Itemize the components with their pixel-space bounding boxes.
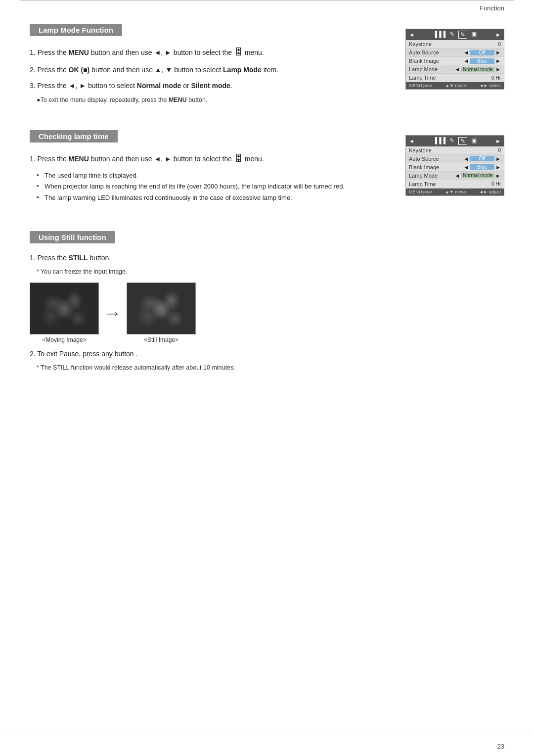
moving-image bbox=[30, 283, 99, 334]
step1-icon: 🎛 bbox=[234, 47, 243, 57]
still-note2: * The STILL function would release autom… bbox=[37, 364, 504, 371]
menu-row-blankimage: Blank Image ◄ Blue ► bbox=[406, 57, 504, 65]
page-number: 23 bbox=[497, 743, 504, 750]
cs1-text1: button and then use ◄, ► button to selec… bbox=[89, 155, 234, 163]
blankimage-label: Blank Image bbox=[409, 58, 439, 64]
still-function-header: Using Still function bbox=[30, 231, 115, 243]
menu-box-header1: ◄ ▐▐▐ ✎ ✎ ▣ ► bbox=[406, 29, 504, 40]
ss2-text: To exit Pause, press any button . bbox=[37, 350, 137, 358]
checking-menu-icons: ▐▐▐ ✎ ✎ ▣ bbox=[433, 137, 477, 145]
c-lampmode-value: ◄ Normal mode ► bbox=[454, 173, 501, 179]
step3-num: 3. Press the ◄, ► button to select bbox=[30, 82, 137, 90]
c-lamptime-value: 0 Hr bbox=[481, 181, 501, 187]
c-as-right: ► bbox=[495, 156, 501, 162]
bi-val: Blue bbox=[470, 58, 494, 64]
arrow-icon: → bbox=[99, 303, 127, 324]
lamp-mode-note-text: ●To exit the menu display, repeatedly, p… bbox=[37, 96, 207, 103]
c-lm-val: Normal mode bbox=[461, 173, 494, 178]
icon2: ✎ bbox=[449, 31, 454, 39]
bullet-item-1: The used lamp time is displayed. bbox=[39, 170, 391, 181]
ss1-bold: STILL bbox=[69, 254, 88, 262]
c-bi-left: ◄ bbox=[463, 164, 469, 170]
lamptime-label: Lamp Time bbox=[409, 75, 436, 81]
step2-text2: item. bbox=[262, 66, 278, 74]
c-autosource-value: ◄ Off ► bbox=[463, 156, 501, 162]
autosource-value: ◄ Off ► bbox=[463, 49, 501, 55]
checking-lamp-header: Checking lamp time bbox=[30, 130, 118, 142]
still-image bbox=[127, 283, 196, 334]
lamp-mode-menu-box: ◄ ▐▐▐ ✎ ✎ ▣ ► Keystone 0 A bbox=[405, 29, 504, 90]
lm-left: ◄ bbox=[454, 66, 460, 72]
keystone-value: 0 bbox=[481, 42, 501, 47]
c-bi-val: Blue bbox=[470, 164, 494, 170]
lamp-mode-left: Lamp Mode Function 1. Press the MENU but… bbox=[30, 24, 391, 105]
still-step2: 2. To exit Pause, press any button . bbox=[30, 348, 504, 359]
c-mf-adjust: ◄► adjust bbox=[479, 189, 501, 194]
checking-menu-footer: MENU prev ▲▼ move ◄► adjust bbox=[406, 189, 504, 195]
lamp-mode-step3: 3. Press the ◄, ► button to select Norma… bbox=[30, 80, 391, 91]
still-images-row: <Moving Image> → <Still Image> bbox=[30, 283, 504, 343]
lamp-mode-step1: 1. Press the MENU button and then use ◄,… bbox=[30, 45, 391, 59]
as-val: Off bbox=[470, 50, 494, 55]
step1-text1: button and then use ◄, ► button to selec… bbox=[89, 48, 234, 56]
step3-text2: . bbox=[230, 82, 232, 90]
c-as-left: ◄ bbox=[463, 156, 469, 162]
still-note1-text: * You can freeze the input image. bbox=[37, 268, 127, 275]
cs1-icon: 🎛 bbox=[234, 153, 243, 163]
lamp-mode-step2: 2. Press the OK (■) button and then use … bbox=[30, 64, 391, 75]
step2-num: 2. Press the bbox=[30, 66, 69, 74]
menu-row-lampmode: Lamp Mode ◄ Normal mode ► bbox=[406, 65, 504, 74]
checking-menu-box: ◄ ▐▐▐ ✎ ✎ ▣ ► Keystone 0 A bbox=[405, 135, 504, 196]
step1-bold1: MENU bbox=[69, 48, 89, 56]
lm-right: ► bbox=[495, 66, 501, 72]
section-checking-lamp: Checking lamp time 1. Press the MENU but… bbox=[30, 130, 504, 206]
c-keystone-label: Keystone bbox=[409, 147, 432, 153]
icon1: ▐▐▐ bbox=[433, 31, 446, 39]
page-bottom-border bbox=[0, 736, 534, 736]
still-caption-text: <Still Image> bbox=[144, 336, 178, 343]
cmh-left: ◄ bbox=[409, 138, 414, 144]
step1-text2: menu. bbox=[243, 48, 264, 56]
moving-flower bbox=[30, 283, 98, 334]
main-content: Lamp Mode Function 1. Press the MENU but… bbox=[0, 14, 534, 425]
keystone-label: Keystone bbox=[409, 41, 432, 47]
checking-menu-header: ◄ ▐▐▐ ✎ ✎ ▣ ► bbox=[406, 136, 504, 146]
lampmode-value: ◄ Normal mode ► bbox=[454, 66, 501, 72]
c-menu-row-keystone: Keystone 0 bbox=[406, 146, 504, 155]
lm-val: Normal mode bbox=[461, 67, 494, 72]
c-lm-right: ► bbox=[495, 173, 501, 179]
c-blankimage-value: ◄ Blue ► bbox=[463, 164, 501, 170]
menu-footer1: MENU prev ▲▼ move ◄► select bbox=[406, 82, 504, 89]
c-menu-row-lamptime: Lamp Time 0 Hr bbox=[406, 180, 504, 189]
c-as-val: Off bbox=[470, 156, 494, 161]
menu-row-lamptime: Lamp Time 0 Hr bbox=[406, 74, 504, 82]
cs1-num: 1. Press the bbox=[30, 155, 69, 163]
c-menu-row-autosource: Auto Source ◄ Off ► bbox=[406, 155, 504, 163]
still-note1: * You can freeze the input image. bbox=[37, 268, 504, 275]
c-menu-row-lampmode: Lamp Mode ◄ Normal mode ► bbox=[406, 172, 504, 180]
ss1-num: 1. Press the bbox=[30, 254, 69, 262]
c-lm-left: ◄ bbox=[454, 173, 460, 179]
lamp-mode-menu: ◄ ▐▐▐ ✎ ✎ ▣ ► Keystone 0 A bbox=[405, 29, 504, 90]
bullet-item-2: When projector lamp is reaching the end … bbox=[39, 181, 391, 192]
section-still-function: Using Still function 1. Press the STILL … bbox=[30, 231, 504, 372]
step2-bold2: Lamp Mode bbox=[223, 66, 262, 74]
lamptime-value: 0 Hr bbox=[481, 75, 501, 81]
page-footer: 23 bbox=[497, 743, 504, 750]
mh-right: ► bbox=[495, 32, 501, 38]
menu-header-icons: ▐▐▐ ✎ ✎ ▣ bbox=[433, 31, 477, 39]
autosource-label: Auto Source bbox=[409, 49, 439, 55]
still-flower bbox=[127, 283, 195, 334]
c-autosource-label: Auto Source bbox=[409, 156, 439, 162]
c-mf-prev: MENU prev bbox=[409, 189, 432, 194]
c-icon4: ▣ bbox=[471, 137, 477, 145]
moving-caption-text: <Moving Image> bbox=[42, 336, 86, 343]
lamp-mode-note: ●To exit the menu display, repeatedly, p… bbox=[37, 96, 391, 103]
still-image-caption: <Still Image> bbox=[127, 336, 196, 343]
c-keystone-value: 0 bbox=[481, 147, 501, 153]
still-image-container: <Still Image> bbox=[127, 283, 196, 343]
icon4: ▣ bbox=[471, 31, 477, 39]
header-title: Function bbox=[480, 4, 504, 12]
menu-row-keystone: Keystone 0 bbox=[406, 40, 504, 48]
checking-lamp-left: Checking lamp time 1. Press the MENU but… bbox=[30, 130, 391, 206]
